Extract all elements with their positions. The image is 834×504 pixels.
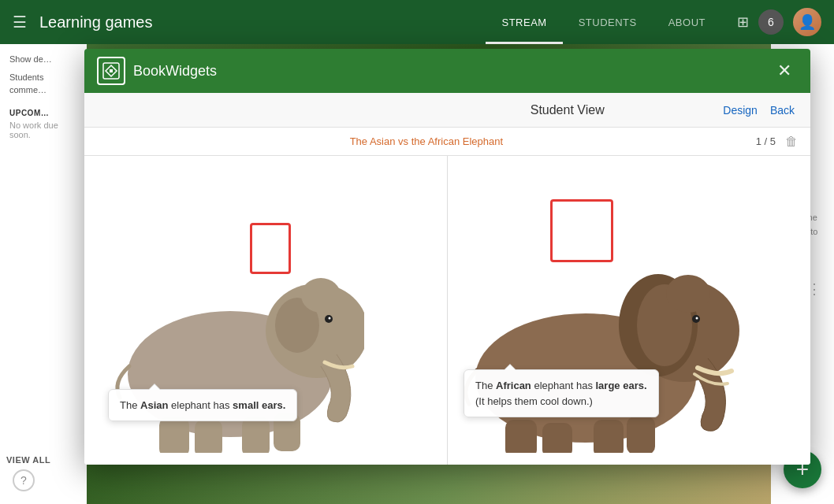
nav-stream[interactable]: STREAM xyxy=(486,0,562,44)
topbar-nav: STREAM STUDENTS ABOUT xyxy=(486,0,721,44)
sidebar-students-comment: Students comme… xyxy=(9,72,77,96)
left-sidebar: Show de… Students comme… UPCOM… No work … xyxy=(0,44,87,504)
modal-content: The Asian elephant has small ears. xyxy=(84,156,810,465)
sidebar-upcoming-label: UPCOM… xyxy=(9,109,77,117)
trash-icon[interactable]: 🗑 xyxy=(785,135,798,149)
panel-african-elephant: The African elephant has large ears. (It… xyxy=(448,156,810,465)
svg-rect-18 xyxy=(594,420,624,453)
svg-rect-7 xyxy=(242,417,270,453)
sidebar-show-details: Show de… xyxy=(9,54,77,65)
slide-counter: 1 / 5 xyxy=(756,135,776,147)
view-all-button[interactable]: VIEW ALL xyxy=(6,455,50,465)
callout-african: The African elephant has large ears. (It… xyxy=(464,369,659,417)
topbar: ☰ Learning games STREAM STUDENTS ABOUT ⊞… xyxy=(0,0,834,44)
modal-subheader: Student View Design Back xyxy=(84,93,810,128)
student-view-title: Student View xyxy=(411,103,723,117)
app-title: Learning games xyxy=(39,13,152,32)
modal-actions: Design Back xyxy=(723,104,795,117)
svg-point-21 xyxy=(696,317,698,320)
back-link[interactable]: Back xyxy=(770,104,795,117)
panel-asian-elephant: The Asian elephant has small ears. xyxy=(84,156,448,465)
slide-info-bar: The Asian vs the African Elephant 1 / 5 … xyxy=(84,128,810,156)
svg-point-11 xyxy=(301,278,341,313)
african-elephant-container: The African elephant has large ears. (It… xyxy=(448,156,810,465)
modal-header: BookWidgets ✕ xyxy=(84,49,810,93)
close-button[interactable]: ✕ xyxy=(771,57,798,84)
modal: BookWidgets ✕ Student View Design Back T… xyxy=(84,49,810,465)
svg-rect-19 xyxy=(627,417,655,453)
logo-icon xyxy=(102,62,120,80)
sidebar-no-work: No work due soon. xyxy=(9,120,77,139)
modal-brand-name: BookWidgets xyxy=(133,63,771,80)
svg-rect-17 xyxy=(542,423,572,453)
topbar-icons: ⊞ 6 👤 xyxy=(737,8,821,36)
svg-rect-5 xyxy=(159,417,189,453)
svg-point-22 xyxy=(666,275,710,313)
asian-elephant-container: The Asian elephant has small ears. xyxy=(84,156,447,465)
svg-rect-6 xyxy=(195,420,222,453)
nav-about[interactable]: ABOUT xyxy=(653,0,721,44)
notification-badge[interactable]: 6 xyxy=(758,9,784,35)
slide-title: The Asian vs the African Elephant xyxy=(97,135,756,147)
bookwidgets-logo xyxy=(97,57,125,85)
design-link[interactable]: Design xyxy=(723,104,758,117)
svg-rect-1 xyxy=(110,69,113,72)
svg-rect-16 xyxy=(505,420,537,453)
hamburger-icon[interactable]: ☰ xyxy=(13,13,27,32)
ear-highlight-african xyxy=(550,199,613,262)
nav-students[interactable]: STUDENTS xyxy=(563,0,653,44)
user-avatar[interactable]: 👤 xyxy=(793,8,821,36)
help-icon[interactable]: ? xyxy=(13,469,35,491)
svg-point-10 xyxy=(329,317,331,320)
grid-icon[interactable]: ⊞ xyxy=(737,13,749,31)
ear-highlight-asian xyxy=(250,223,291,274)
callout-asian: The Asian elephant has small ears. xyxy=(108,389,297,422)
